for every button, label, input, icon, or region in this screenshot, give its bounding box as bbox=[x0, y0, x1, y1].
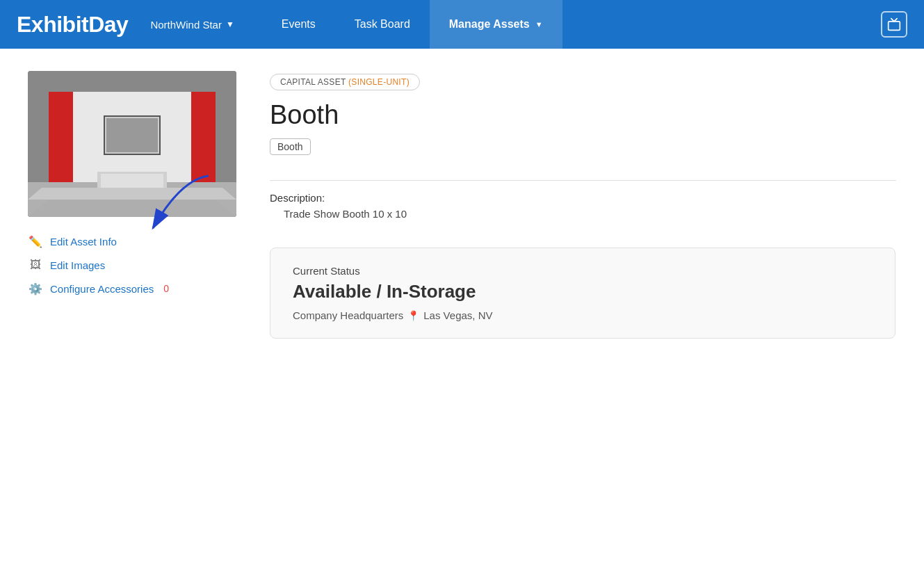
asset-unit-type: (SINGLE-UNIT) bbox=[348, 77, 410, 87]
left-column: ✏️ Edit Asset Info 🖼 Edit Images ⚙️ Conf… bbox=[28, 71, 236, 296]
gear-icon: ⚙️ bbox=[28, 281, 43, 296]
account-name: NorthWind Star bbox=[150, 19, 222, 31]
asset-tag: Booth bbox=[270, 138, 311, 155]
right-column: CAPITAL ASSET (SINGLE-UNIT) Booth Booth … bbox=[270, 71, 896, 339]
svg-rect-5 bbox=[191, 92, 216, 182]
action-links-wrapper: ✏️ Edit Asset Info 🖼 Edit Images ⚙️ Conf… bbox=[28, 228, 236, 296]
broadcast-button[interactable] bbox=[881, 11, 907, 38]
svg-marker-11 bbox=[28, 200, 236, 217]
main-nav: Events Task Board Manage Assets ▼ bbox=[262, 0, 873, 49]
main-header: ExhibitDay NorthWind Star ▼ Events Task … bbox=[0, 0, 924, 49]
asset-title: Booth bbox=[270, 100, 896, 130]
status-label: Current Status bbox=[293, 265, 873, 277]
edit-images-link[interactable]: 🖼 Edit Images bbox=[28, 257, 236, 273]
location-name: Company Headquarters bbox=[293, 309, 403, 321]
status-value: Available / In-Storage bbox=[293, 281, 873, 302]
description-section: Description: Trade Show Booth 10 x 10 bbox=[270, 192, 896, 220]
nav-events[interactable]: Events bbox=[262, 0, 335, 49]
asset-type-badge: CAPITAL ASSET (SINGLE-UNIT) bbox=[270, 74, 420, 90]
status-card: Current Status Available / In-Storage Co… bbox=[270, 248, 895, 339]
account-selector[interactable]: NorthWind Star ▼ bbox=[150, 19, 234, 31]
svg-marker-12 bbox=[28, 188, 236, 200]
svg-rect-4 bbox=[49, 92, 73, 182]
location-city: Las Vegas, NV bbox=[423, 309, 492, 321]
edit-asset-info-link[interactable]: ✏️ Edit Asset Info bbox=[28, 234, 236, 249]
status-location: Company Headquarters 📍 Las Vegas, NV bbox=[293, 309, 873, 321]
app-logo[interactable]: ExhibitDay bbox=[17, 12, 128, 38]
account-chevron-icon: ▼ bbox=[226, 19, 234, 29]
action-links: ✏️ Edit Asset Info 🖼 Edit Images ⚙️ Conf… bbox=[28, 234, 236, 296]
nav-taskboard[interactable]: Task Board bbox=[335, 0, 430, 49]
description-value: Trade Show Booth 10 x 10 bbox=[270, 208, 896, 220]
description-label: Description: bbox=[270, 192, 896, 204]
asset-layout: ✏️ Edit Asset Info 🖼 Edit Images ⚙️ Conf… bbox=[28, 71, 896, 339]
svg-rect-8 bbox=[106, 118, 158, 152]
main-content: ✏️ Edit Asset Info 🖼 Edit Images ⚙️ Conf… bbox=[0, 49, 924, 361]
broadcast-icon bbox=[887, 17, 901, 31]
asset-image bbox=[28, 71, 236, 217]
accessories-count-badge: 0 bbox=[163, 283, 169, 294]
section-divider bbox=[270, 180, 896, 181]
image-icon: 🖼 bbox=[28, 257, 43, 273]
configure-accessories-link[interactable]: ⚙️ Configure Accessories 0 bbox=[28, 281, 236, 296]
manage-assets-chevron-icon: ▼ bbox=[535, 20, 543, 29]
nav-manage-assets[interactable]: Manage Assets ▼ bbox=[430, 0, 562, 49]
pencil-icon: ✏️ bbox=[28, 234, 43, 249]
location-pin-icon: 📍 bbox=[407, 310, 419, 321]
booth-illustration bbox=[28, 71, 236, 217]
svg-rect-0 bbox=[889, 22, 900, 31]
